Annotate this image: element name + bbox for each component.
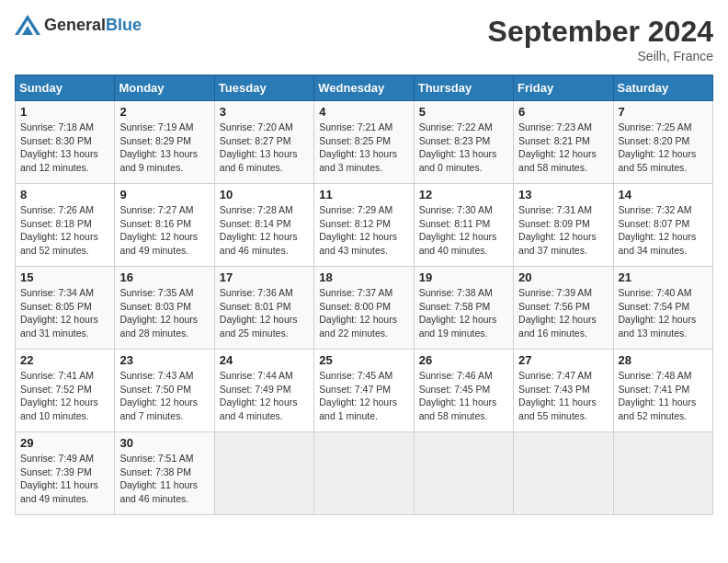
calendar-body: 1Sunrise: 7:18 AM Sunset: 8:30 PM Daylig…: [16, 101, 713, 515]
day-number: 8: [20, 188, 109, 201]
day-content: Sunrise: 7:23 AM Sunset: 8:21 PM Dayligh…: [518, 121, 608, 175]
day-cell: 14Sunrise: 7:32 AM Sunset: 8:07 PM Dayli…: [613, 184, 712, 267]
day-number: 27: [518, 353, 608, 367]
day-cell: 19Sunrise: 7:38 AM Sunset: 7:58 PM Dayli…: [414, 267, 513, 350]
day-cell: [214, 432, 313, 515]
day-number: 13: [518, 188, 608, 201]
day-content: Sunrise: 7:26 AM Sunset: 8:18 PM Dayligh…: [20, 203, 109, 258]
day-cell: [314, 432, 414, 515]
day-number: 21: [619, 270, 708, 284]
day-number: 23: [119, 353, 209, 367]
day-content: Sunrise: 7:48 AM Sunset: 7:41 PM Dayligh…: [619, 369, 708, 423]
col-wednesday: Wednesday: [314, 75, 414, 101]
day-content: Sunrise: 7:36 AM Sunset: 8:01 PM Dayligh…: [220, 286, 309, 340]
day-content: Sunrise: 7:47 AM Sunset: 7:43 PM Dayligh…: [518, 369, 608, 423]
day-number: 14: [619, 188, 708, 201]
day-cell: [514, 432, 613, 515]
day-number: 1: [20, 105, 109, 119]
day-cell: 16Sunrise: 7:35 AM Sunset: 8:03 PM Dayli…: [115, 267, 214, 350]
day-cell: 12Sunrise: 7:30 AM Sunset: 8:11 PM Dayli…: [414, 184, 513, 267]
day-content: Sunrise: 7:41 AM Sunset: 7:52 PM Dayligh…: [20, 369, 109, 423]
day-cell: 23Sunrise: 7:43 AM Sunset: 7:50 PM Dayli…: [115, 350, 214, 432]
day-number: 17: [220, 270, 309, 284]
day-cell: 4Sunrise: 7:21 AM Sunset: 8:25 PM Daylig…: [314, 101, 414, 184]
day-number: 19: [419, 270, 508, 284]
col-tuesday: Tuesday: [214, 75, 313, 101]
day-cell: 15Sunrise: 7:34 AM Sunset: 8:05 PM Dayli…: [16, 267, 115, 350]
day-content: Sunrise: 7:22 AM Sunset: 8:23 PM Dayligh…: [419, 121, 508, 175]
day-content: Sunrise: 7:27 AM Sunset: 8:16 PM Dayligh…: [119, 203, 209, 258]
day-number: 12: [419, 188, 508, 201]
day-number: 29: [20, 436, 109, 450]
day-content: Sunrise: 7:28 AM Sunset: 8:14 PM Dayligh…: [220, 203, 309, 258]
day-content: Sunrise: 7:35 AM Sunset: 8:03 PM Dayligh…: [119, 286, 209, 340]
day-content: Sunrise: 7:34 AM Sunset: 8:05 PM Dayligh…: [20, 286, 109, 340]
day-cell: 3Sunrise: 7:20 AM Sunset: 8:27 PM Daylig…: [214, 101, 313, 184]
day-content: Sunrise: 7:37 AM Sunset: 8:00 PM Dayligh…: [319, 286, 408, 340]
page-header: GeneralBlue September 2024 Seilh, France: [15, 15, 713, 63]
day-content: Sunrise: 7:31 AM Sunset: 8:09 PM Dayligh…: [518, 203, 608, 258]
day-content: Sunrise: 7:20 AM Sunset: 8:27 PM Dayligh…: [220, 121, 309, 175]
day-number: 28: [619, 353, 708, 367]
day-content: Sunrise: 7:30 AM Sunset: 8:11 PM Dayligh…: [419, 203, 508, 258]
logo-icon: [15, 15, 40, 35]
day-number: 16: [119, 270, 209, 284]
day-cell: 9Sunrise: 7:27 AM Sunset: 8:16 PM Daylig…: [115, 184, 214, 267]
col-sunday: Sunday: [16, 75, 115, 101]
title-block: September 2024 Seilh, France: [488, 15, 713, 63]
day-cell: 1Sunrise: 7:18 AM Sunset: 8:30 PM Daylig…: [16, 101, 115, 184]
day-content: Sunrise: 7:39 AM Sunset: 7:56 PM Dayligh…: [518, 286, 608, 340]
day-cell: 28Sunrise: 7:48 AM Sunset: 7:41 PM Dayli…: [613, 350, 712, 432]
day-content: Sunrise: 7:40 AM Sunset: 7:54 PM Dayligh…: [619, 286, 708, 340]
header-row: Sunday Monday Tuesday Wednesday Thursday…: [16, 75, 713, 101]
day-cell: 11Sunrise: 7:29 AM Sunset: 8:12 PM Dayli…: [314, 184, 414, 267]
day-cell: 26Sunrise: 7:46 AM Sunset: 7:45 PM Dayli…: [414, 350, 513, 432]
week-row-4: 22Sunrise: 7:41 AM Sunset: 7:52 PM Dayli…: [16, 350, 713, 432]
day-number: 9: [119, 188, 209, 201]
day-cell: 24Sunrise: 7:44 AM Sunset: 7:49 PM Dayli…: [214, 350, 313, 432]
day-cell: 27Sunrise: 7:47 AM Sunset: 7:43 PM Dayli…: [514, 350, 613, 432]
day-content: Sunrise: 7:21 AM Sunset: 8:25 PM Dayligh…: [319, 121, 408, 175]
day-number: 22: [20, 353, 109, 367]
day-cell: 30Sunrise: 7:51 AM Sunset: 7:38 PM Dayli…: [115, 432, 214, 515]
calendar-table: Sunday Monday Tuesday Wednesday Thursday…: [15, 75, 713, 515]
day-number: 25: [319, 353, 408, 367]
day-number: 5: [419, 105, 508, 119]
day-cell: 2Sunrise: 7:19 AM Sunset: 8:29 PM Daylig…: [115, 101, 214, 184]
day-number: 11: [319, 188, 408, 201]
calendar-header: Sunday Monday Tuesday Wednesday Thursday…: [16, 75, 713, 101]
day-number: 6: [518, 105, 608, 119]
week-row-1: 1Sunrise: 7:18 AM Sunset: 8:30 PM Daylig…: [16, 101, 713, 184]
col-friday: Friday: [514, 75, 613, 101]
day-cell: 6Sunrise: 7:23 AM Sunset: 8:21 PM Daylig…: [514, 101, 613, 184]
day-content: Sunrise: 7:38 AM Sunset: 7:58 PM Dayligh…: [419, 286, 508, 340]
day-cell: 7Sunrise: 7:25 AM Sunset: 8:20 PM Daylig…: [613, 101, 712, 184]
week-row-2: 8Sunrise: 7:26 AM Sunset: 8:18 PM Daylig…: [16, 184, 713, 267]
day-cell: 20Sunrise: 7:39 AM Sunset: 7:56 PM Dayli…: [514, 267, 613, 350]
col-saturday: Saturday: [613, 75, 712, 101]
day-number: 26: [419, 353, 508, 367]
day-content: Sunrise: 7:43 AM Sunset: 7:50 PM Dayligh…: [119, 369, 209, 423]
day-cell: 5Sunrise: 7:22 AM Sunset: 8:23 PM Daylig…: [414, 101, 513, 184]
day-cell: 21Sunrise: 7:40 AM Sunset: 7:54 PM Dayli…: [613, 267, 712, 350]
day-content: Sunrise: 7:25 AM Sunset: 8:20 PM Dayligh…: [619, 121, 708, 175]
day-number: 18: [319, 270, 408, 284]
day-number: 7: [619, 105, 708, 119]
month-title: September 2024: [488, 15, 713, 49]
col-thursday: Thursday: [414, 75, 513, 101]
day-cell: 13Sunrise: 7:31 AM Sunset: 8:09 PM Dayli…: [514, 184, 613, 267]
day-cell: 8Sunrise: 7:26 AM Sunset: 8:18 PM Daylig…: [16, 184, 115, 267]
day-cell: 22Sunrise: 7:41 AM Sunset: 7:52 PM Dayli…: [16, 350, 115, 432]
day-number: 2: [119, 105, 209, 119]
day-number: 20: [518, 270, 608, 284]
day-cell: [414, 432, 513, 515]
day-number: 10: [220, 188, 309, 201]
day-number: 30: [119, 436, 209, 450]
day-content: Sunrise: 7:19 AM Sunset: 8:29 PM Dayligh…: [119, 121, 209, 175]
week-row-3: 15Sunrise: 7:34 AM Sunset: 8:05 PM Dayli…: [16, 267, 713, 350]
day-content: Sunrise: 7:29 AM Sunset: 8:12 PM Dayligh…: [319, 203, 408, 258]
location: Seilh, France: [488, 49, 713, 63]
day-number: 15: [20, 270, 109, 284]
day-content: Sunrise: 7:46 AM Sunset: 7:45 PM Dayligh…: [419, 369, 508, 423]
day-content: Sunrise: 7:49 AM Sunset: 7:39 PM Dayligh…: [20, 452, 109, 506]
